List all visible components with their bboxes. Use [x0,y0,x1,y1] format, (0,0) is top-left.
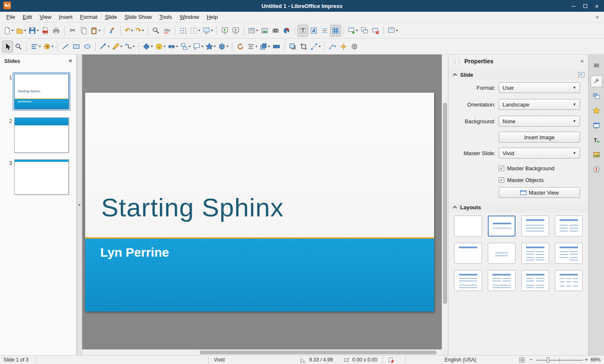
find-and-replace-icon[interactable] [151,25,161,36]
navigator-tab-icon[interactable] [591,164,602,175]
flowchart-icon[interactable]: ▾ [179,41,192,52]
slides-panel-close-icon[interactable]: × [69,57,72,64]
menu-view[interactable]: View [36,12,55,22]
export-pdf-icon[interactable] [40,25,51,36]
interaction-dropdown-icon[interactable]: ▾ [52,44,53,48]
animation-tab-icon[interactable] [591,105,602,117]
connectors-dropdown-icon[interactable]: ▾ [133,44,135,48]
callout-shapes-icon[interactable]: ▾ [192,41,204,52]
stars-dropdown-icon[interactable]: ▾ [214,44,216,48]
ellipse-icon[interactable] [82,41,93,52]
menu-edit[interactable]: Edit [19,12,36,22]
unsaved-changes-icon[interactable] [388,357,394,364]
layout-tile-6-content[interactable] [555,270,583,291]
slide-thumbnail-2[interactable] [14,117,69,153]
splitter-collapse-icon[interactable]: ◂ [78,202,80,207]
panel-grip-icon[interactable]: ⋮⋮ [453,58,461,64]
close-document-icon[interactable]: × [596,14,599,21]
start-from-first-slide-icon[interactable] [219,25,230,36]
master-slide-dropdown[interactable]: Vivid ▼ [499,148,580,159]
slide-thumbnail-1[interactable]: Starting Sphinx Lyn Perrine [13,72,70,111]
slide-title-text[interactable]: Starting Sphinx [101,192,284,222]
styles-tab-icon[interactable]: T [591,134,602,146]
cut-icon[interactable]: ✂ [67,25,78,36]
zoom-and-pan-icon[interactable] [13,41,24,52]
layout-tile-content-over-content[interactable] [454,270,482,291]
toggle-extrusion-icon[interactable] [349,41,360,52]
layout-tile-title-only[interactable] [454,243,482,264]
zoom-slider-handle[interactable] [547,357,549,363]
align-dropdown-icon[interactable]: ▾ [255,44,257,48]
insert-text-box-icon[interactable]: T [297,25,308,36]
chevron-down-icon[interactable]: ▼ [573,119,576,123]
block-arrows-dropdown-icon[interactable]: ▾ [176,44,178,48]
slide-subtitle-band[interactable]: Lyn Perrine [85,239,434,312]
horizontal-scrollbar[interactable] [82,349,442,355]
basic-shapes-dropdown-icon[interactable]: ▾ [151,44,153,48]
slide-subtitle-text[interactable]: Lyn Perrine [100,245,434,260]
zoom-level[interactable]: 66% [591,357,601,363]
menu-slide-show[interactable]: Slide Show [121,12,156,22]
menu-file[interactable]: File [3,12,19,22]
layout-tile-title-slide[interactable] [488,216,515,237]
open-icon[interactable]: ▾ [15,25,27,36]
properties-close-icon[interactable]: × [581,58,584,65]
edit-points-icon[interactable] [327,41,338,52]
collapse-chevron-icon[interactable] [453,206,457,210]
slide-editing-area[interactable]: Starting Sphinx Lyn Perrine [85,93,434,312]
horizontal-scrollbar-thumb[interactable] [200,351,437,354]
transformations-dropdown-icon[interactable]: ▾ [319,44,320,48]
undo-dropdown-icon[interactable]: ▾ [131,29,133,32]
layout-tile-4-content[interactable] [521,270,549,291]
show-draw-functions-icon[interactable] [330,25,341,36]
close-window-icon[interactable]: × [594,3,600,10]
display-grid-icon[interactable] [178,25,189,36]
redo-dropdown-icon[interactable]: ▾ [142,29,144,32]
new-icon[interactable]: ▾ [2,25,15,36]
lines-and-arrows-dropdown-icon[interactable]: ▾ [108,44,109,48]
snap-guides-dropdown-icon[interactable]: ▾ [198,29,200,32]
chevron-down-icon[interactable]: ▼ [573,86,576,90]
zoom-slider-track[interactable] [536,360,583,361]
stars-and-banners-icon[interactable]: ▾ [204,41,217,52]
insert-table-dropdown-icon[interactable]: ▾ [256,29,258,32]
new-dropdown-icon[interactable]: ▾ [12,29,13,32]
rectangle-icon[interactable] [71,41,82,52]
menu-help[interactable]: Help [203,12,222,22]
interaction-icon[interactable]: ▾ [42,41,55,52]
align-icon[interactable]: ▾ [246,41,258,52]
lines-and-arrows-icon[interactable]: ▾ [98,41,111,52]
slide-thumbnail-3[interactable] [14,159,69,195]
chevron-down-icon[interactable]: ▼ [573,151,576,155]
3d-objects-dropdown-icon[interactable]: ▾ [226,44,228,48]
layout-tile-blank[interactable] [454,216,482,237]
save-icon[interactable]: ▾ [27,25,40,36]
save-dropdown-icon[interactable]: ▾ [37,29,39,32]
delete-slide-icon[interactable] [370,25,381,36]
layout-tile-2-content-over-content[interactable] [488,270,515,291]
distribution-icon[interactable] [271,41,282,52]
more-options-icon[interactable] [578,72,584,77]
format-dropdown[interactable]: User ▼ [499,82,580,93]
arrange-icon[interactable]: ▾ [258,41,271,52]
menu-window[interactable]: Window [176,12,203,22]
gallery-tab-icon[interactable] [591,149,602,161]
block-arrows-icon[interactable]: ▾ [167,41,179,52]
insert-audio-video-icon[interactable] [270,25,281,36]
fit-slide-icon[interactable] [519,357,525,364]
language-status[interactable]: English (USA) [445,357,476,363]
redo-icon[interactable]: ↷▾ [134,25,145,36]
header-and-footer-icon[interactable] [319,25,330,36]
master-slide-name[interactable]: Vivid [214,357,225,363]
slide-section-header[interactable]: Slide [448,70,588,80]
panel-splitter[interactable]: ◂ [77,55,82,355]
open-dropdown-icon[interactable]: ▾ [24,29,26,32]
properties-tab-icon[interactable] [591,75,602,87]
arrange-dropdown-icon[interactable]: ▾ [268,44,270,48]
rotate-icon[interactable] [235,41,246,52]
glue-points-icon[interactable] [338,41,349,52]
slide-layout-icon[interactable]: ▾ [386,25,399,36]
snap-guides-icon[interactable]: ▾ [189,25,201,36]
paste-dropdown-icon[interactable]: ▾ [99,29,100,32]
clone-formatting-icon[interactable] [107,25,118,36]
